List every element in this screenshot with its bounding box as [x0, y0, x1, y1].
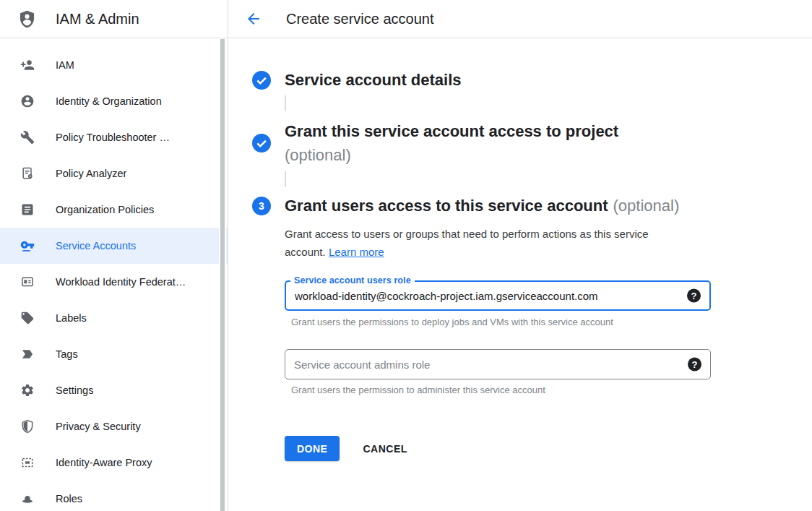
page-header: Create service account	[228, 0, 812, 38]
iam-admin-shield-icon	[17, 9, 37, 29]
sidebar-item-label: Tags	[56, 348, 78, 360]
proxy-icon	[20, 455, 35, 470]
arrow-back-icon	[245, 10, 262, 27]
account-circle-icon	[20, 94, 35, 108]
sidebar-scrollbar[interactable]	[219, 39, 226, 511]
iam-admin-console: IAM & Admin IAM Identity & Organization …	[0, 0, 812, 511]
person-add-icon	[20, 58, 35, 72]
users-role-label: Service account users role	[290, 275, 415, 285]
step-service-account-details: Service account details	[252, 71, 812, 90]
sidebar-item-policy-troubleshooter[interactable]: Policy Troubleshooter …	[0, 119, 228, 155]
step-optional-label: (optional)	[285, 143, 747, 167]
sidebar-item-label: IAM	[56, 59, 74, 71]
sidebar-item-service-accounts[interactable]: Service Accounts	[0, 228, 228, 264]
sidebar-item-label: Roles	[56, 493, 82, 504]
tag-arrow-icon	[20, 347, 35, 361]
product-title: IAM & Admin	[56, 11, 139, 27]
sidebar: IAM & Admin IAM Identity & Organization …	[0, 0, 228, 511]
admins-role-field-group: ? Grant users the permission to administ…	[285, 349, 711, 395]
sidebar-item-labels[interactable]: Labels	[0, 300, 228, 336]
admins-role-helper-text: Grant users the permission to administer…	[291, 385, 711, 395]
sidebar-item-label: Workload Identity Federat…	[56, 276, 186, 288]
sidebar-item-policy-analyzer[interactable]: Policy Analyzer	[0, 155, 228, 192]
wrench-icon	[20, 130, 35, 145]
stepper-connector	[285, 171, 286, 187]
users-role-helper-text: Grant users the permissions to deploy jo…	[291, 317, 711, 327]
shield-icon	[20, 419, 35, 434]
sidebar-item-label: Identity & Organization	[56, 95, 162, 107]
create-service-account-form: Service account details Grant this servi…	[228, 38, 812, 461]
sidebar-item-iam[interactable]: IAM	[0, 47, 228, 83]
users-role-input-box: Service account users role ?	[285, 280, 711, 311]
step-grant-users-access: 3 Grant users access to this service acc…	[252, 197, 812, 461]
step-title: Grant users access to this service accou…	[285, 197, 747, 215]
step-complete-check-icon	[252, 134, 271, 153]
cancel-button[interactable]: CANCEL	[363, 443, 407, 455]
label-tag-icon	[20, 311, 35, 325]
sidebar-item-privacy-security[interactable]: Privacy & Security	[0, 408, 228, 445]
sidebar-item-label: Privacy & Security	[56, 421, 141, 432]
admins-role-input-box: ?	[285, 349, 711, 379]
step-optional-label: (optional)	[613, 197, 680, 215]
stepper-connector	[285, 95, 286, 111]
sidebar-item-tags[interactable]: Tags	[0, 336, 228, 372]
sidebar-item-label: Policy Troubleshooter …	[56, 132, 170, 143]
sidebar-item-settings[interactable]: Settings	[0, 372, 228, 408]
step-title: Service account details	[285, 71, 747, 90]
back-button[interactable]	[245, 10, 262, 27]
service-account-key-icon	[20, 239, 35, 253]
sidebar-nav: IAM Identity & Organization Policy Troub…	[0, 38, 228, 511]
sidebar-item-workload-identity-federation[interactable]: Workload Identity Federat…	[0, 264, 228, 300]
sidebar-item-label: Labels	[56, 312, 87, 324]
main-panel: Create service account Service account d…	[228, 0, 812, 511]
hat-icon	[20, 491, 35, 506]
sidebar-item-identity-organization[interactable]: Identity & Organization	[0, 83, 228, 119]
page-title: Create service account	[286, 11, 434, 27]
done-button[interactable]: DONE	[285, 436, 340, 461]
sidebar-item-label: Policy Analyzer	[56, 168, 126, 179]
sidebar-item-label: Identity-Aware Proxy	[56, 457, 152, 468]
sidebar-item-identity-aware-proxy[interactable]: Identity-Aware Proxy	[0, 445, 228, 481]
sidebar-item-roles[interactable]: Roles	[0, 481, 228, 511]
learn-more-link[interactable]: Learn more	[329, 246, 384, 258]
badge-card-icon	[20, 275, 35, 289]
admins-role-input[interactable]	[285, 350, 670, 379]
step-grant-access-to-project: Grant this service account access to pro…	[252, 119, 812, 167]
sidebar-item-label: Settings	[56, 385, 93, 396]
gear-icon	[20, 383, 35, 398]
users-role-field-group: Service account users role ? Grant users…	[285, 280, 711, 327]
step-title: Grant this service account access to pro…	[285, 119, 747, 167]
article-icon	[20, 202, 35, 217]
step-number-badge: 3	[252, 197, 271, 215]
sidebar-header: IAM & Admin	[0, 0, 228, 38]
help-icon[interactable]: ?	[687, 289, 701, 303]
sidebar-item-label: Service Accounts	[56, 240, 136, 252]
users-role-input[interactable]	[286, 282, 670, 309]
sidebar-item-label: Organization Policies	[56, 204, 154, 215]
policy-analyzer-icon	[20, 166, 35, 181]
help-icon[interactable]: ?	[688, 358, 701, 372]
step-description: Grant access to users or groups that nee…	[285, 225, 687, 261]
step-complete-check-icon	[252, 71, 271, 90]
form-actions: DONE CANCEL	[285, 436, 812, 461]
sidebar-item-organization-policies[interactable]: Organization Policies	[0, 192, 228, 228]
